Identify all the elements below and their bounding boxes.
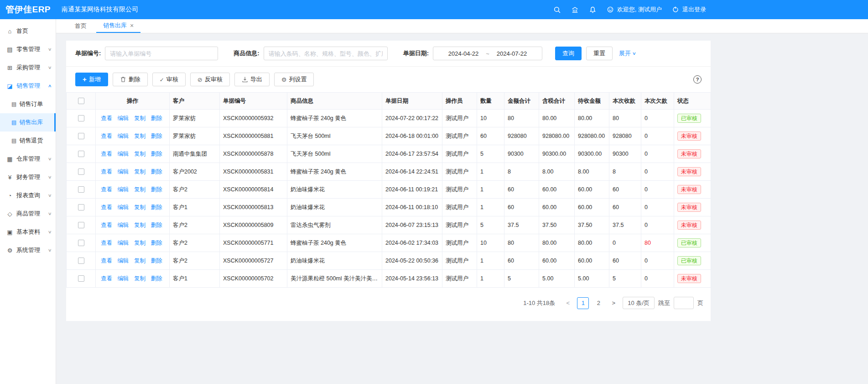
delete-link[interactable]: 删除 — [151, 186, 162, 193]
copy-link[interactable]: 复制 — [134, 186, 146, 193]
copy-link[interactable]: 复制 — [134, 168, 146, 175]
delete-link[interactable]: 删除 — [151, 204, 162, 210]
bell-icon[interactable] — [589, 6, 597, 14]
select-all-checkbox[interactable] — [78, 98, 84, 104]
sidebar-item-sales-return[interactable]: ▤ 销售退货 — [0, 132, 56, 150]
qty-cell: 5 — [477, 145, 504, 163]
copy-link[interactable]: 复制 — [134, 258, 146, 264]
jump-page-input[interactable] — [674, 297, 694, 309]
sidebar-item-product[interactable]: ◇ 商品管理 ∨ — [0, 205, 56, 223]
copy-link[interactable]: 复制 — [134, 222, 146, 228]
sidebar-item-sales-outbound[interactable]: ▤ 销售出库 — [0, 113, 56, 132]
row-checkbox[interactable] — [78, 222, 84, 228]
column-settings-button[interactable]: 列设置 — [274, 73, 314, 86]
page-1-button[interactable]: 1 — [577, 297, 589, 309]
delete-link[interactable]: 删除 — [151, 168, 162, 175]
copy-link[interactable]: 复制 — [134, 151, 146, 157]
tab-label: 首页 — [75, 22, 87, 30]
row-checkbox[interactable] — [78, 204, 84, 210]
product-info-input[interactable] — [264, 47, 388, 60]
sidebar-item-system[interactable]: ⚙ 系统管理 ∨ — [0, 241, 56, 259]
row-checkbox[interactable] — [78, 115, 84, 121]
user-menu[interactable]: 欢迎您, 测试用户 — [607, 5, 662, 14]
date-range-picker[interactable]: 2024-04-22 ~ 2024-07-22 — [433, 47, 542, 60]
search-button[interactable]: 查询 — [555, 47, 582, 60]
view-link[interactable]: 查看 — [101, 204, 112, 210]
delete-link[interactable]: 删除 — [151, 115, 162, 121]
view-link[interactable]: 查看 — [101, 222, 112, 228]
sidebar-item-report[interactable]: ◔ 报表查询 ∨ — [0, 186, 56, 205]
qty-cell: 1 — [477, 181, 504, 199]
view-link[interactable]: 查看 — [101, 115, 112, 121]
sidebar-item-basic[interactable]: ▣ 基本资料 ∨ — [0, 223, 56, 241]
edit-link[interactable]: 编辑 — [117, 115, 129, 121]
delete-button[interactable]: 删除 — [113, 73, 148, 86]
col-header-received: 本次收款 — [609, 93, 641, 110]
sidebar-item-finance[interactable]: ¥ 财务管理 ∨ — [0, 168, 56, 186]
tab-sales-outbound[interactable]: 销售出库 — [96, 19, 140, 33]
edit-link[interactable]: 编辑 — [117, 275, 129, 282]
sidebar-item-sales[interactable]: ◪ 销售管理 ∧ — [0, 77, 56, 95]
next-page-button[interactable] — [608, 297, 619, 309]
view-link[interactable]: 查看 — [101, 258, 112, 264]
sidebar-item-home[interactable]: ⌂ 首页 — [0, 22, 56, 40]
logout-button[interactable]: 退出登录 — [672, 5, 706, 14]
delete-link[interactable]: 删除 — [151, 151, 162, 157]
expand-link[interactable]: 展开 — [619, 49, 636, 58]
tab-home[interactable]: 首页 — [68, 19, 94, 33]
row-checkbox[interactable] — [78, 168, 84, 175]
unaudit-button[interactable]: 反审核 — [190, 73, 230, 86]
delete-link[interactable]: 删除 — [151, 275, 162, 282]
copy-link[interactable]: 复制 — [134, 275, 146, 282]
edit-link[interactable]: 编辑 — [117, 204, 129, 210]
search-icon[interactable] — [553, 6, 561, 14]
view-link[interactable]: 查看 — [101, 240, 112, 246]
help-icon[interactable] — [693, 75, 702, 84]
row-checkbox[interactable] — [78, 186, 84, 193]
date-end-value[interactable]: 2024-07-22 — [497, 50, 527, 57]
copy-link[interactable]: 复制 — [134, 204, 146, 210]
row-checkbox[interactable] — [78, 240, 84, 246]
view-link[interactable]: 查看 — [101, 186, 112, 193]
edit-link[interactable]: 编辑 — [117, 222, 129, 228]
edit-link[interactable]: 编辑 — [117, 258, 129, 264]
edit-link[interactable]: 编辑 — [117, 186, 129, 193]
sidebar-item-purchase[interactable]: ⊞ 采购管理 ∨ — [0, 58, 56, 77]
reset-button[interactable]: 重置 — [586, 47, 613, 60]
close-icon[interactable] — [130, 22, 134, 29]
add-button[interactable]: 新增 — [75, 73, 108, 86]
copy-link[interactable]: 复制 — [134, 133, 146, 139]
doc-no-input[interactable] — [105, 47, 218, 60]
view-link[interactable]: 查看 — [101, 275, 112, 282]
row-checkbox[interactable] — [78, 133, 84, 139]
delete-link[interactable]: 删除 — [151, 133, 162, 139]
view-link[interactable]: 查看 — [101, 133, 112, 139]
status-badge: 已审核 — [677, 256, 701, 265]
delete-link[interactable]: 删除 — [151, 240, 162, 246]
copy-link[interactable]: 复制 — [134, 240, 146, 246]
page-2-button[interactable]: 2 — [593, 297, 604, 309]
bank-icon[interactable] — [571, 6, 579, 14]
audit-button[interactable]: 审核 — [152, 73, 186, 86]
export-button[interactable]: 导出 — [234, 73, 270, 86]
edit-link[interactable]: 编辑 — [117, 133, 129, 139]
edit-link[interactable]: 编辑 — [117, 151, 129, 157]
row-checkbox[interactable] — [78, 151, 84, 157]
sidebar-item-sales-order[interactable]: ▤ 销售订单 — [0, 95, 56, 113]
view-link[interactable]: 查看 — [101, 151, 112, 157]
status-badge: 已审核 — [677, 114, 701, 123]
sidebar-item-retail[interactable]: ▤ 零售管理 ∨ — [0, 40, 56, 58]
delete-link[interactable]: 删除 — [151, 258, 162, 264]
row-checkbox[interactable] — [78, 275, 84, 282]
row-checkbox[interactable] — [78, 258, 84, 264]
prev-page-button[interactable] — [562, 297, 573, 309]
amount-cell: 60 — [504, 181, 539, 199]
edit-link[interactable]: 编辑 — [117, 168, 129, 175]
page-size-select[interactable]: 10 条/页 — [623, 297, 655, 309]
sidebar-item-warehouse[interactable]: ▦ 仓库管理 ∨ — [0, 150, 56, 168]
copy-link[interactable]: 复制 — [134, 115, 146, 121]
edit-link[interactable]: 编辑 — [117, 240, 129, 246]
view-link[interactable]: 查看 — [101, 168, 112, 175]
delete-link[interactable]: 删除 — [151, 222, 162, 228]
date-start-value[interactable]: 2024-04-22 — [448, 50, 479, 57]
